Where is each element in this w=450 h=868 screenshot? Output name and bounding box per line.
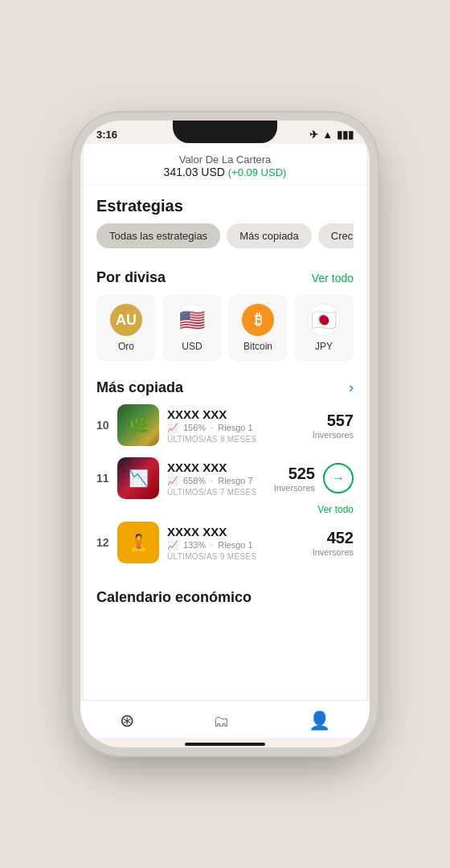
mas-copiada-chevron[interactable]: ›	[349, 379, 354, 396]
nav-home[interactable]: ⊛	[110, 707, 144, 735]
strategy-item-12[interactable]: 12 🧘 XXXX XXX 📈 133% · Riesgo 1 Últimos/…	[96, 522, 354, 563]
name-11: XXXX XXX	[167, 461, 266, 474]
strategy-item-11[interactable]: 11 📉 XXXX XXX 📈 658% · Riesgo 7 Últimos/…	[96, 457, 354, 499]
estrategias-title: Estrategias	[96, 197, 354, 215]
thumb-11: 📉	[117, 457, 159, 499]
jpy-icon: 🇯🇵	[308, 304, 340, 336]
thumb-12-figure: 🧘	[117, 522, 159, 563]
return-10: 156%	[183, 423, 206, 432]
name-12: XXXX XXX	[167, 525, 305, 538]
ver-todo-11[interactable]: Ver todo	[96, 504, 354, 515]
usd-icon: 🇺🇸	[176, 304, 208, 336]
risk-11: Riesgo 7	[218, 476, 252, 485]
jpy-label: JPY	[315, 341, 333, 352]
por-divisa-ver-todo[interactable]: Ver todo	[312, 272, 354, 285]
period-11: Últimos/as 7 meses	[167, 488, 266, 497]
currency-btc[interactable]: ₿ Bitcoin	[228, 294, 288, 362]
rank-11: 11	[96, 472, 109, 485]
currency-jpy[interactable]: 🇯🇵 JPY	[294, 294, 354, 362]
btc-label: Bitcoin	[243, 341, 272, 352]
strategy-item-10[interactable]: 10 🌿 XXXX XXX 📈 156% · Riesgo 1 Últimos/…	[96, 404, 354, 446]
oro-symbol: AU	[116, 312, 137, 329]
currency-usd[interactable]: 🇺🇸 USD	[162, 294, 222, 362]
airplane-icon: ✈	[309, 129, 318, 141]
estrategias-section: Estrategias Todas las estrategias Más co…	[84, 186, 366, 258]
wallet-amount: 341.03 USD (+0.09 USD)	[96, 166, 354, 178]
investors-11: 525 Inversores	[274, 465, 315, 493]
info-11: XXXX XXX 📈 658% · Riesgo 7 Últimos/as 7 …	[167, 461, 266, 497]
dot-10: ·	[211, 423, 213, 432]
graph-icon-12: 📈	[167, 540, 178, 551]
count-11: 525	[274, 465, 315, 483]
count-10: 557	[313, 411, 354, 430]
oro-icon: AU	[110, 304, 142, 336]
btc-symbol: ₿	[255, 312, 262, 329]
info-10: XXXX XXX 📈 156% · Riesgo 1 Últimos/as 8 …	[167, 407, 305, 444]
btc-icon: ₿	[242, 304, 274, 336]
risk-12: Riesgo 1	[218, 540, 252, 550]
arrow-circle-11[interactable]: →	[323, 463, 354, 493]
label-investors-12: Inversores	[313, 547, 354, 557]
por-divisa-section: Por divisa Ver todo AU Oro 🇺🇸 USD	[84, 258, 366, 368]
phone-frame: 3:16 ✈ ▲ ▮▮▮ Valor De La Cartera 341.03 …	[80, 121, 370, 747]
thumb-10-figure: 🌿	[117, 404, 159, 446]
return-12: 133%	[183, 540, 206, 550]
screen-content: Valor De La Cartera 341.03 USD (+0.09 US…	[84, 144, 366, 700]
home-icon: ⊛	[120, 710, 134, 731]
home-indicator	[185, 743, 265, 746]
currency-grid: AU Oro 🇺🇸 USD ₿ Bitcoin	[96, 294, 354, 362]
count-12: 452	[313, 529, 354, 547]
label-investors-11: Inversores	[274, 483, 315, 493]
wallet-title: Valor De La Cartera	[96, 154, 354, 166]
dot-11: ·	[211, 476, 213, 485]
nav-portfolio[interactable]: 🗂	[203, 709, 239, 734]
rank-12: 12	[96, 536, 109, 549]
thumb-10: 🌿	[117, 404, 159, 446]
usd-label: USD	[182, 341, 202, 352]
mas-copiada-title: Más copiada	[96, 379, 183, 396]
stats-11: 📈 658% · Riesgo 7	[167, 476, 266, 486]
portfolio-icon: 🗂	[213, 712, 229, 731]
time: 3:16	[96, 129, 117, 141]
nav-profile[interactable]: 👤	[299, 707, 340, 735]
profile-icon: 👤	[309, 710, 330, 731]
thumb-11-figure: 📉	[117, 457, 159, 499]
dot-12: ·	[211, 540, 213, 550]
period-12: Últimos/as 9 meses	[167, 552, 305, 561]
name-10: XXXX XXX	[167, 407, 305, 421]
calendario-title: Calendario económico	[84, 581, 366, 609]
stats-12: 📈 133% · Riesgo 1	[167, 540, 305, 551]
info-12: XXXX XXX 📈 133% · Riesgo 1 Últimos/as 9 …	[167, 525, 305, 561]
rank-10: 10	[96, 419, 109, 432]
mas-copiada-section: Más copiada › 10 🌿 XXXX XXX 📈 156% · Rie…	[84, 368, 366, 581]
return-11: 658%	[183, 476, 206, 485]
currency-oro[interactable]: AU Oro	[96, 294, 156, 362]
pill-crecimiento[interactable]: Crecimient…	[318, 223, 354, 248]
oro-label: Oro	[118, 341, 134, 352]
pill-copiada[interactable]: Más copiada	[227, 223, 312, 248]
graph-icon-11: 📈	[167, 476, 178, 486]
usd-symbol: 🇺🇸	[179, 308, 205, 333]
wallet-header: Valor De La Cartera 341.03 USD (+0.09 US…	[84, 144, 366, 186]
period-10: Últimos/as 8 meses	[167, 435, 305, 444]
thumb-12: 🧘	[117, 522, 159, 563]
mas-copiada-header: Más copiada ›	[96, 379, 354, 396]
status-icons: ✈ ▲ ▮▮▮	[309, 129, 354, 141]
por-divisa-header: Por divisa Ver todo	[96, 269, 354, 286]
notch	[173, 121, 277, 143]
graph-icon-10: 📈	[167, 423, 178, 433]
strategy-pills: Todas las estrategias Más copiada Crecim…	[96, 223, 354, 252]
risk-10: Riesgo 1	[218, 423, 252, 432]
por-divisa-title: Por divisa	[96, 269, 166, 286]
amount-value: 341.03 USD	[164, 166, 225, 178]
pill-todas[interactable]: Todas las estrategias	[96, 223, 220, 248]
amount-change: (+0.09 USD)	[228, 166, 287, 178]
jpy-symbol: 🇯🇵	[311, 308, 337, 333]
bottom-nav: ⊛ 🗂 👤	[80, 700, 370, 738]
wifi-icon: ▲	[322, 129, 333, 141]
battery-icon: ▮▮▮	[337, 129, 354, 141]
investors-10: 557 Inversores	[313, 411, 354, 440]
stats-10: 📈 156% · Riesgo 1	[167, 423, 305, 433]
investors-12: 452 Inversores	[313, 529, 354, 557]
label-investors-10: Inversores	[313, 430, 354, 440]
